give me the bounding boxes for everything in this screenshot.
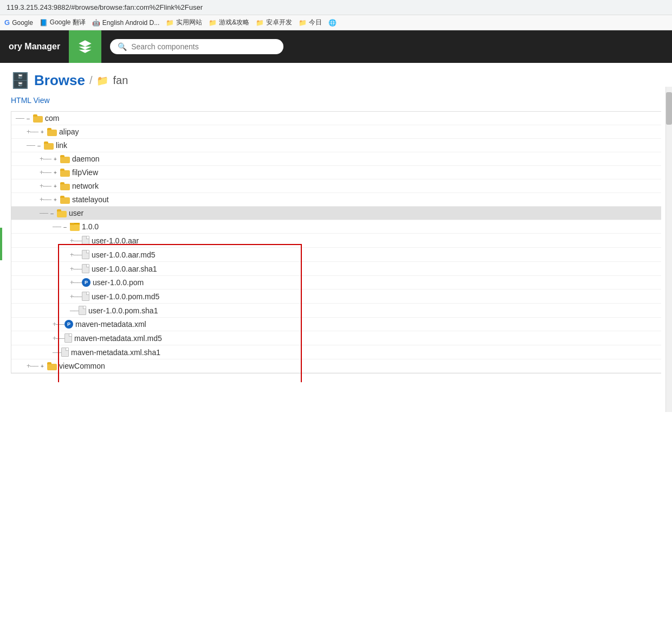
browse-title[interactable]: Browse	[34, 72, 85, 89]
folder-icon	[60, 169, 70, 176]
bookmark-web[interactable]: 🌐	[328, 19, 337, 27]
bookmark-label: English Android D...	[102, 19, 159, 27]
folder-icon	[60, 196, 70, 203]
file-icon	[82, 250, 89, 259]
connector-line: +──	[70, 293, 81, 300]
tree-toggle[interactable]: +	[38, 362, 46, 370]
folder-icon	[47, 128, 57, 136]
breadcrumb: 🗄️ Browse / 📁 fan	[11, 72, 661, 89]
tree-node-label: link	[56, 141, 67, 150]
tree-toggle[interactable]: +	[51, 155, 59, 163]
android-icon: 🤖	[92, 19, 100, 27]
tree-row[interactable]: ── user-1.0.0.pom.sha1	[11, 304, 661, 318]
tree-row[interactable]: +── user-1.0.0.aar	[11, 234, 661, 248]
breadcrumb-folder-name[interactable]: fan	[113, 74, 128, 87]
tree-row[interactable]: +── maven-metadata.xml.md5	[11, 331, 661, 345]
connector-line: +──	[70, 237, 81, 245]
bookmark-label: 实用网站	[176, 18, 202, 27]
pom-file-icon	[82, 278, 91, 287]
tree-row[interactable]: +── user-1.0.0.pom	[11, 276, 661, 290]
tree-toggle[interactable]: +	[38, 128, 46, 136]
tree-toggle[interactable]: –	[24, 114, 32, 122]
tree-row[interactable]: ── – com	[11, 112, 661, 125]
folder-icon-bm4: 📁	[299, 19, 307, 27]
tree-row[interactable]: ── maven-metadata.xml.sha1	[11, 345, 661, 359]
tree-node-label: user-1.0.0.aar	[92, 236, 139, 245]
connector-line: ──	[27, 142, 35, 149]
folder-icon-bm2: 📁	[209, 19, 217, 27]
main-content: 🗄️ Browse / 📁 fan HTML View ── – com +──…	[0, 63, 672, 382]
bookmark-translate[interactable]: 📘 Google 翻译	[40, 18, 86, 27]
bookmark-useful[interactable]: 📁 实用网站	[166, 18, 202, 27]
tree-row[interactable]: +── + filpView	[11, 166, 661, 179]
connector-line: ──	[53, 349, 61, 356]
tree-node-label: alipay	[59, 127, 79, 136]
tree-node-label: statelayout	[72, 195, 109, 204]
bookmark-today[interactable]: 📁 今日	[299, 18, 322, 27]
breadcrumb-folder-icon: 📁	[96, 75, 108, 87]
nav-package-button[interactable]	[69, 30, 101, 63]
tree-row[interactable]: +── + network	[11, 179, 661, 193]
tree-row[interactable]: +── + statelayout	[11, 193, 661, 207]
connector-line: +──	[40, 196, 51, 203]
file-icon	[61, 348, 69, 357]
connector-line: ──	[16, 114, 24, 122]
app-title: ory Manager	[0, 42, 69, 52]
tree-row[interactable]: ── – link	[11, 139, 661, 152]
tree-row[interactable]: +── user-1.0.0.aar.md5	[11, 248, 661, 262]
address-bar[interactable]: 119.3.215.243:9882/#browse/browse:fan:co…	[0, 0, 672, 15]
connector-line: +──	[27, 362, 38, 370]
search-icon: 🔍	[118, 42, 127, 51]
bookmark-android-dev[interactable]: 📁 安卓开发	[256, 18, 292, 27]
database-icon: 🗄️	[11, 72, 30, 89]
tree-node-label: maven-metadata.xml.md5	[74, 334, 162, 343]
tree-row[interactable]: +── + daemon	[11, 152, 661, 166]
folder-icon-bm3: 📁	[256, 19, 264, 27]
folder-icon	[33, 114, 43, 122]
breadcrumb-separator: /	[89, 74, 93, 87]
tree-node-label: user-1.0.0.pom	[93, 278, 144, 287]
file-icon	[64, 333, 72, 343]
tree-row[interactable]: +── + viewCommon	[11, 359, 661, 373]
folder-icon	[60, 155, 70, 163]
bookmark-label: 游戏&攻略	[219, 18, 249, 27]
tree-node-label: 1.0.0	[82, 222, 99, 231]
scrollbar-thumb[interactable]	[666, 92, 672, 125]
tree-node-label: user	[69, 209, 83, 217]
tree-node-label: maven-metadata.xml	[75, 320, 146, 329]
tree-toggle[interactable]: –	[48, 209, 56, 217]
bookmark-google[interactable]: G Google	[4, 18, 33, 27]
left-accent-bar	[0, 228, 2, 260]
tree-toggle[interactable]: –	[61, 223, 69, 230]
tree-node-label: user-1.0.0.pom.sha1	[88, 306, 158, 315]
search-input[interactable]	[131, 42, 276, 51]
bookmark-android[interactable]: 🤖 English Android D...	[92, 19, 159, 27]
tree-node-label: user-1.0.0.aar.sha1	[92, 265, 157, 273]
folder-open-icon	[70, 223, 80, 230]
connector-line: +──	[27, 128, 38, 136]
bookmark-games[interactable]: 📁 游戏&攻略	[209, 18, 249, 27]
scrollbar[interactable]	[665, 87, 672, 382]
html-view-link[interactable]: HTML View	[11, 96, 50, 105]
tree-toggle[interactable]: +	[51, 182, 59, 190]
tree-row[interactable]: +── user-1.0.0.pom.md5	[11, 290, 661, 304]
tree-row[interactable]: ── – 1.0.0	[11, 220, 661, 234]
connector-line: ──	[40, 209, 48, 217]
tree-row[interactable]: +── maven-metadata.xml	[11, 318, 661, 331]
file-tree: ── – com +── + alipay ── – link +──	[11, 111, 661, 374]
google-icon: G	[4, 18, 10, 27]
tree-toggle[interactable]: +	[51, 196, 59, 203]
folder-open-icon	[57, 209, 67, 217]
tree-toggle[interactable]: +	[51, 169, 59, 176]
connector-line: +──	[40, 155, 51, 163]
search-bar[interactable]: 🔍	[110, 39, 283, 54]
tree-row-user[interactable]: ── – user	[11, 207, 661, 220]
url-text: 119.3.215.243:9882/#browse/browse:fan:co…	[7, 3, 203, 11]
connector-line: +──	[53, 335, 64, 342]
bookmarks-bar: G Google 📘 Google 翻译 🤖 English Android D…	[0, 15, 672, 30]
tree-row[interactable]: +── + alipay	[11, 125, 661, 139]
tree-row[interactable]: +── user-1.0.0.aar.sha1	[11, 262, 661, 276]
tree-toggle[interactable]: –	[35, 142, 43, 149]
tree-node-label: user-1.0.0.aar.md5	[92, 250, 156, 259]
bookmark-label: 今日	[309, 18, 322, 27]
